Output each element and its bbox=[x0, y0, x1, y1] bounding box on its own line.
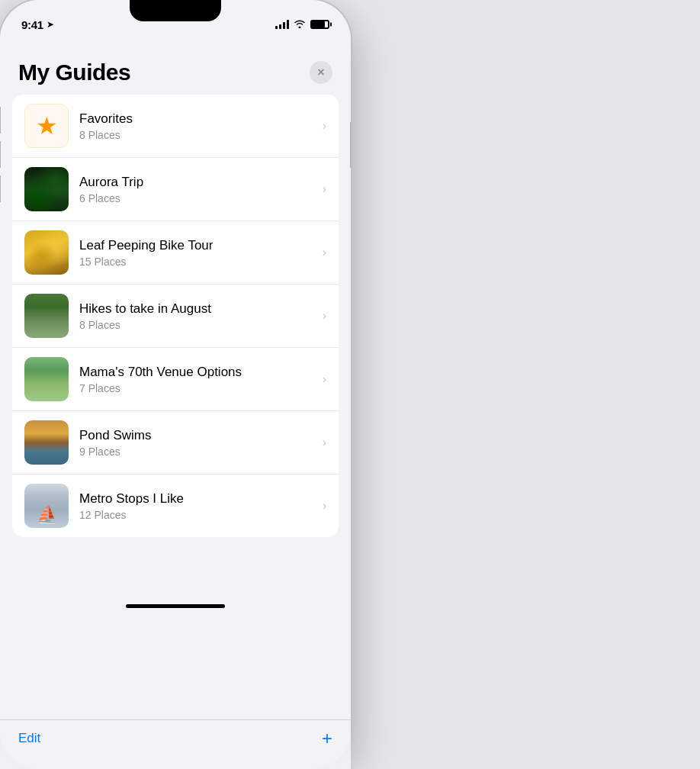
guide-name-aurora: Aurora Trip bbox=[79, 175, 316, 190]
phone-frame: 9:41 ➤ My Guid bbox=[0, 0, 351, 769]
chevron-icon: › bbox=[323, 499, 326, 513]
guide-item-mama[interactable]: Mama's 70th Venue Options 7 Places › bbox=[12, 348, 339, 411]
home-indicator bbox=[126, 604, 225, 608]
battery-icon bbox=[310, 20, 329, 29]
edit-button[interactable]: Edit bbox=[18, 731, 40, 746]
boat-icon: ⛵ bbox=[37, 505, 57, 525]
guide-thumb-leaf bbox=[24, 230, 69, 275]
guide-item-hikes[interactable]: Hikes to take in August 8 Places › bbox=[12, 285, 339, 348]
guide-thumb-aurora bbox=[24, 167, 69, 211]
guide-thumb-favorites: ★ bbox=[24, 104, 69, 148]
page-title: My Guides bbox=[18, 60, 130, 85]
chevron-icon: › bbox=[323, 182, 326, 196]
guide-text-metro: Metro Stops I Like 12 Places bbox=[79, 491, 316, 521]
guide-name-metro: Metro Stops I Like bbox=[79, 491, 316, 507]
guide-text-pond: Pond Swims 9 Places bbox=[79, 428, 316, 458]
star-icon: ★ bbox=[36, 111, 58, 140]
chevron-icon: › bbox=[323, 436, 326, 449]
volume-buttons bbox=[0, 107, 1, 202]
guide-places-pond: 9 Places bbox=[79, 446, 316, 458]
guide-thumb-metro: ⛵ bbox=[24, 484, 69, 528]
guide-name-leaf: Leaf Peeping Bike Tour bbox=[79, 238, 316, 253]
wifi-icon bbox=[294, 19, 306, 31]
guide-item-metro[interactable]: ⛵ Metro Stops I Like 12 Places › bbox=[12, 475, 339, 537]
chevron-icon: › bbox=[323, 246, 326, 259]
close-button[interactable]: × bbox=[310, 61, 332, 84]
guide-text-favorites: Favorites 8 Places bbox=[79, 111, 316, 141]
guide-item-favorites[interactable]: ★ Favorites 8 Places › bbox=[12, 95, 339, 158]
guide-name-hikes: Hikes to take in August bbox=[79, 301, 316, 317]
guide-thumb-pond bbox=[24, 420, 69, 465]
guide-item-pond[interactable]: Pond Swims 9 Places › bbox=[12, 411, 339, 475]
chevron-icon: › bbox=[323, 119, 326, 133]
power-button bbox=[350, 122, 351, 168]
status-time: 9:41 bbox=[21, 18, 43, 31]
guide-places-favorites: 8 Places bbox=[79, 129, 316, 141]
screen: My Guides × ★ Favorites 8 Places › bbox=[0, 38, 351, 725]
close-icon: × bbox=[317, 66, 324, 79]
guide-places-leaf: 15 Places bbox=[79, 256, 316, 268]
guide-name-favorites: Favorites bbox=[79, 111, 316, 127]
notch bbox=[130, 0, 221, 21]
guide-places-aurora: 6 Places bbox=[79, 192, 316, 204]
guide-text-aurora: Aurora Trip 6 Places bbox=[79, 175, 316, 204]
status-icons bbox=[275, 19, 329, 31]
guide-places-hikes: 8 Places bbox=[79, 319, 316, 331]
chevron-icon: › bbox=[323, 309, 326, 323]
guide-name-pond: Pond Swims bbox=[79, 428, 316, 443]
guide-places-mama: 7 Places bbox=[79, 382, 316, 394]
guide-thumb-mama bbox=[24, 357, 69, 401]
guide-name-mama: Mama's 70th Venue Options bbox=[79, 365, 316, 380]
signal-icon bbox=[275, 20, 289, 29]
guide-text-mama: Mama's 70th Venue Options 7 Places bbox=[79, 365, 316, 394]
header: My Guides × bbox=[0, 46, 351, 95]
chevron-icon: › bbox=[323, 372, 326, 386]
add-guide-button[interactable]: + bbox=[322, 729, 332, 748]
guide-item-aurora[interactable]: Aurora Trip 6 Places › bbox=[12, 158, 339, 221]
guide-thumb-hikes bbox=[24, 294, 69, 338]
guide-item-leaf[interactable]: Leaf Peeping Bike Tour 15 Places › bbox=[12, 221, 339, 285]
guide-text-hikes: Hikes to take in August 8 Places bbox=[79, 301, 316, 331]
location-icon: ➤ bbox=[47, 19, 54, 30]
guide-text-leaf: Leaf Peeping Bike Tour 15 Places bbox=[79, 238, 316, 268]
guides-list: ★ Favorites 8 Places › Aurora Trip 6 Pla… bbox=[12, 95, 339, 537]
guide-places-metro: 12 Places bbox=[79, 509, 316, 521]
bottom-bar: Edit + bbox=[0, 719, 351, 769]
